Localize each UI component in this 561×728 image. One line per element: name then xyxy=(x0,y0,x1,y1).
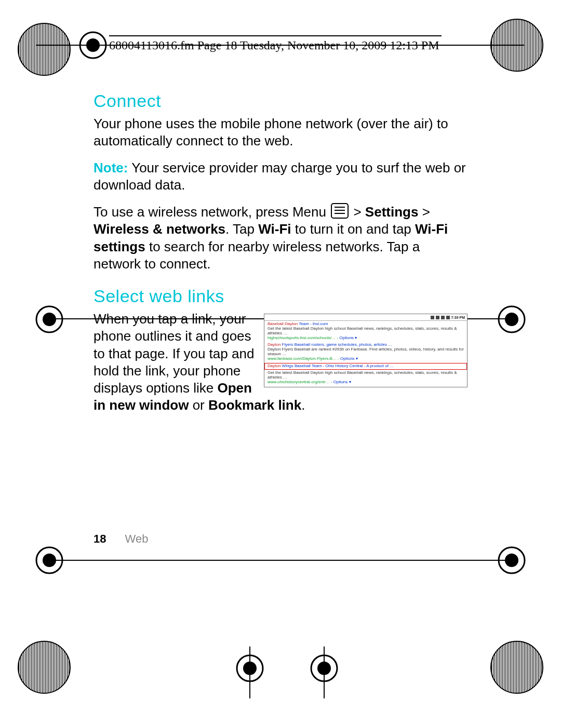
browser-screenshot: 7:39 PM Baseball Dayton Team - ihsl.com … xyxy=(264,314,468,387)
status-icon xyxy=(446,316,450,319)
bold-label: Bookmark link xyxy=(208,397,301,413)
page-number: 18 xyxy=(94,532,106,545)
section-heading-connect: Connect xyxy=(94,91,468,111)
page-footer: 18 Web xyxy=(94,532,148,546)
result-desc: Dayton Flyers Baseball are ranked #2936 … xyxy=(268,347,464,357)
text-run: or xyxy=(189,397,208,413)
bold-label: Wi-Fi xyxy=(258,221,291,237)
footer-section-name: Web xyxy=(125,532,149,545)
result-options: Options xyxy=(333,380,348,384)
registration-target-icon xyxy=(498,546,526,574)
registration-target-icon xyxy=(236,654,264,682)
result-title-highlight: Dayton xyxy=(268,363,280,368)
status-icon xyxy=(431,316,434,319)
bold-label: Settings xyxy=(365,204,419,220)
registration-target-icon xyxy=(79,31,107,59)
result-url: www.fanbase.com/Dayton-Flyers-B… xyxy=(268,356,337,361)
status-icon xyxy=(441,316,445,319)
result-desc: Get the latest Baseball Dayton high scho… xyxy=(268,327,464,336)
result-title-highlight: Baseball Dayton xyxy=(268,321,298,326)
search-result-row: Dayton Flyers Baseball rosters, game sch… xyxy=(264,342,467,362)
status-icon xyxy=(436,316,439,319)
registration-target-icon xyxy=(35,305,63,333)
search-footer: Searches related to: dayton baseball xyxy=(264,386,467,387)
search-result-row: Get the latest Baseball Dayton high scho… xyxy=(264,370,467,386)
crop-line xyxy=(47,560,514,561)
screenshot-status-bar: 7:39 PM xyxy=(264,314,467,321)
note-body: Your service provider may charge you to … xyxy=(94,160,466,193)
text-run: to turn it on and tap xyxy=(291,221,416,237)
status-time: 7:39 PM xyxy=(451,316,465,319)
result-options: Options xyxy=(339,335,354,340)
registration-target-icon xyxy=(498,305,526,333)
registration-target-icon xyxy=(310,654,338,682)
paragraph: To use a wireless network, press Menu > … xyxy=(94,203,468,273)
framemaker-header-line: 68004113016.fm Page 18 Tuesday, November… xyxy=(109,35,442,52)
result-options: Options xyxy=(340,356,355,361)
result-url: www.ohiohistorycentral.org/entr… xyxy=(268,380,330,384)
paragraph: Your phone uses the mobile phone network… xyxy=(94,115,468,150)
note-label: Note: xyxy=(94,160,128,176)
svg-point-7 xyxy=(491,641,543,693)
registration-target-icon xyxy=(35,546,63,574)
result-title: Wings Baseball Team - Ohio History Centr… xyxy=(280,363,394,368)
search-result-row-selected: Dayton Wings Baseball Team - Ohio Histor… xyxy=(264,363,467,370)
result-title: Team - ihsl.com xyxy=(298,321,328,326)
svg-point-1 xyxy=(18,23,70,75)
page-content: Connect Your phone uses the mobile phone… xyxy=(94,91,468,424)
note-paragraph: Note: Your service provider may charge y… xyxy=(94,159,468,194)
result-title: Flyers Baseball rosters, game schedules,… xyxy=(280,342,392,347)
text-run: To use a wireless network, press Menu xyxy=(94,204,330,220)
result-title-highlight: Dayton xyxy=(268,342,280,347)
result-desc: Get the latest Baseball Dayton high scho… xyxy=(268,371,464,380)
text-run: . xyxy=(301,397,305,413)
text-run: > xyxy=(353,204,365,220)
registration-hatch-circle xyxy=(488,639,545,696)
search-result-row: Baseball Dayton Team - ihsl.com Get the … xyxy=(264,321,467,342)
text-run: . Tap xyxy=(225,221,258,237)
bold-label: Wireless & networks xyxy=(94,221,225,237)
svg-point-5 xyxy=(18,641,70,693)
registration-hatch-circle xyxy=(16,639,73,696)
text-run: > xyxy=(418,204,430,220)
result-url: highschoolsports.ihsl.com/schools/… xyxy=(268,335,336,340)
registration-hatch-circle xyxy=(16,21,73,78)
menu-icon xyxy=(331,203,349,219)
section-heading-select-web-links: Select web links xyxy=(94,286,468,306)
